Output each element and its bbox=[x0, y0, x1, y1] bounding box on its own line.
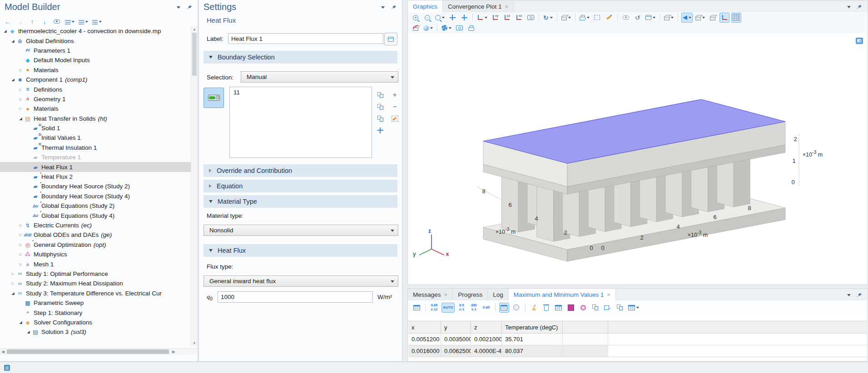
panel-menu-caret-icon[interactable] bbox=[177, 6, 180, 9]
panel-menu-caret-icon[interactable] bbox=[847, 294, 851, 296]
expand-arrow-icon[interactable]: ▷ bbox=[18, 97, 23, 101]
tree-item-thermoelectric-cooler-4-convection-in-downside-mp[interactable]: ◢◈thermoelectric_cooler 4 - convection i… bbox=[0, 26, 191, 36]
section-heat-flux[interactable]: Heat Flux bbox=[203, 244, 397, 257]
go-to-xy-view-button[interactable]: xy bbox=[490, 13, 500, 23]
scene-shutter-button[interactable] bbox=[441, 23, 452, 33]
full-view-button[interactable] bbox=[511, 303, 521, 313]
section-equation[interactable]: Equation bbox=[203, 180, 397, 192]
tree-item-study-1-optimal-performance[interactable]: ▷∞Study 1: Optimal Performance bbox=[0, 269, 191, 279]
collapse-all-button[interactable]: ↓ bbox=[78, 17, 89, 27]
expand-arrow-icon[interactable]: ▷ bbox=[18, 243, 23, 247]
zoom-extents-button[interactable] bbox=[447, 13, 457, 23]
selection-highlight-mode-button[interactable] bbox=[681, 13, 693, 23]
copy-table-and-headers-button[interactable] bbox=[590, 303, 600, 313]
column-header-temperature-degc[interactable]: Temperature (degC) bbox=[502, 321, 563, 333]
tree-item-thermal-insulation-1[interactable]: ▰DThermal Insulation 1 bbox=[0, 143, 191, 152]
collapse-section-icon[interactable] bbox=[209, 200, 213, 203]
scroll-left-icon[interactable]: ◀ bbox=[1, 349, 5, 354]
expand-arrow-icon[interactable]: ◢ bbox=[26, 330, 31, 334]
column-header-z[interactable]: z bbox=[471, 321, 502, 333]
automatic-notation-button[interactable]: AUTO bbox=[441, 303, 455, 313]
expand-section-icon[interactable] bbox=[209, 169, 212, 172]
fit-window-button[interactable] bbox=[459, 13, 469, 23]
tree-item-boundary-heat-source-study-4[interactable]: ▰*Boundary Heat Source (Study 4) bbox=[0, 191, 191, 201]
environment-reflections-button[interactable] bbox=[579, 13, 590, 23]
clear-table-button[interactable] bbox=[529, 303, 539, 313]
table-cell[interactable]: 0.0016000 bbox=[408, 345, 441, 357]
pin-icon[interactable] bbox=[392, 5, 397, 10]
go-back-button[interactable]: ← bbox=[3, 17, 13, 27]
graphics-tab-convergence-plot-1[interactable]: Convergence Plot 1× bbox=[443, 0, 514, 12]
scrollbar-thumb[interactable] bbox=[192, 33, 197, 76]
image-snapshot-button[interactable] bbox=[454, 23, 464, 33]
tree-horizontal-scrollbar[interactable]: ◀ ▶ bbox=[0, 348, 197, 355]
tree-item-heat-transfer-in-solids-ht[interactable]: ◢▤Heat Transfer in Solids(ht) bbox=[0, 114, 191, 123]
tree-item-materials[interactable]: ▷●Materials bbox=[0, 65, 191, 75]
table-columns-caret-icon[interactable] bbox=[636, 307, 639, 309]
selection-entity-list[interactable]: 11 bbox=[229, 87, 372, 158]
section-override-and-contribution[interactable]: Override and Contribution bbox=[203, 164, 397, 177]
table-row[interactable]: 0.00512000.00350000.002100035.701 bbox=[408, 334, 867, 345]
transparency-button[interactable] bbox=[422, 23, 434, 33]
collapse-section-icon[interactable] bbox=[209, 249, 213, 252]
tree-item-global-equations-study-2[interactable]: Δu*Global Equations (Study 2) bbox=[0, 201, 191, 211]
wireframe-rendering-caret-icon[interactable] bbox=[702, 17, 705, 19]
clip-planes-caret-icon[interactable] bbox=[671, 17, 674, 19]
expand-all-button[interactable]: ↑ bbox=[64, 17, 75, 27]
engineering-notation-button[interactable]: 8.5e-1 bbox=[457, 303, 467, 313]
table-cell[interactable]: 80.037 bbox=[502, 345, 563, 357]
results-tab-maximum-and-minimum-values-1[interactable]: Maximum and Minimum Values 1× bbox=[509, 289, 616, 300]
transparency-caret-icon[interactable] bbox=[430, 27, 433, 29]
label-input[interactable] bbox=[228, 33, 383, 44]
rotate-view-caret-icon[interactable] bbox=[550, 17, 553, 19]
export-table-button[interactable] bbox=[603, 303, 613, 313]
tree-item-solution-3-sol3[interactable]: ◢▤Solution 3(sol3) bbox=[0, 327, 191, 337]
tree-item-parameters-1[interactable]: PiParameters 1 bbox=[0, 46, 191, 55]
results-tab-log[interactable]: Log bbox=[488, 289, 509, 300]
scroll-right-icon[interactable]: ▶ bbox=[172, 349, 175, 354]
tree-item-heat-flux-1[interactable]: ▰Heat Flux 1 bbox=[0, 162, 191, 172]
pin-icon[interactable] bbox=[857, 292, 862, 298]
column-header-x[interactable]: x bbox=[408, 321, 441, 333]
zoom-box-button[interactable] bbox=[434, 13, 446, 23]
results-tab-progress[interactable]: Progress bbox=[453, 289, 488, 300]
expand-arrow-icon[interactable]: ◢ bbox=[3, 29, 8, 33]
table-cell[interactable]: 0.0051200 bbox=[408, 334, 441, 345]
scrollbar-thumb[interactable] bbox=[7, 349, 169, 354]
tree-item-multiphysics[interactable]: ▷⁂Multiphysics bbox=[0, 250, 191, 259]
paste-selection-button[interactable] bbox=[375, 113, 385, 123]
scene-shutter-caret-icon[interactable] bbox=[449, 27, 451, 29]
collapse-all-caret-icon[interactable] bbox=[85, 21, 88, 23]
tree-item-heat-flux-2[interactable]: ▰*Heat Flux 2 bbox=[0, 172, 191, 182]
select-region-button[interactable] bbox=[592, 13, 602, 23]
expand-arrow-icon[interactable]: ◢ bbox=[10, 39, 15, 43]
scientific-notation-button[interactable]: 8.85e-12 bbox=[429, 303, 439, 313]
clip-planes-button[interactable] bbox=[663, 13, 675, 23]
tree-item-boundary-heat-source-study-2[interactable]: ▰*Boundary Heat Source (Study 2) bbox=[0, 182, 191, 191]
go-forward-button[interactable]: → bbox=[15, 17, 25, 27]
decimal-notation-button[interactable]: 0.85 bbox=[481, 303, 491, 313]
section-material-type[interactable]: Material Type bbox=[203, 195, 397, 208]
move-down-button[interactable]: ↓ bbox=[40, 17, 50, 27]
close-tab-icon[interactable]: × bbox=[444, 291, 448, 298]
q0-input[interactable] bbox=[218, 291, 373, 303]
expand-arrow-icon[interactable]: ▷ bbox=[10, 281, 15, 285]
tree-item-study-2-maximum-heat-dissipation[interactable]: ▷∞Study 2: Maximum Heat Dissipation bbox=[0, 279, 191, 288]
delete-table-button[interactable] bbox=[541, 303, 551, 313]
table-cell[interactable]: 4.0000E-4 bbox=[471, 345, 502, 357]
table-view-button[interactable] bbox=[499, 303, 509, 313]
zoom-out-button[interactable]: - bbox=[422, 13, 432, 23]
active-selection-toggle-button[interactable] bbox=[203, 88, 224, 108]
orientation-cube-button[interactable] bbox=[708, 13, 718, 23]
hide-object-button[interactable] bbox=[411, 23, 421, 33]
table-cell[interactable]: 35.701 bbox=[502, 334, 563, 345]
expand-arrow-icon[interactable]: ◢ bbox=[10, 291, 15, 295]
panel-menu-caret-icon[interactable] bbox=[381, 6, 385, 9]
tree-item-global-equations-study-4[interactable]: Δu*Global Equations (Study 4) bbox=[0, 211, 191, 220]
scene-light-caret-icon[interactable] bbox=[568, 17, 571, 19]
pin-icon[interactable] bbox=[857, 4, 862, 10]
tree-item-definitions[interactable]: ▷≡Definitions bbox=[0, 84, 191, 94]
tree-item-parametric-sweep[interactable]: ▦Parametric Sweep bbox=[0, 298, 191, 308]
expand-arrow-icon[interactable]: ▷ bbox=[10, 272, 15, 276]
remove-from-selection-button[interactable]: − bbox=[390, 102, 400, 112]
